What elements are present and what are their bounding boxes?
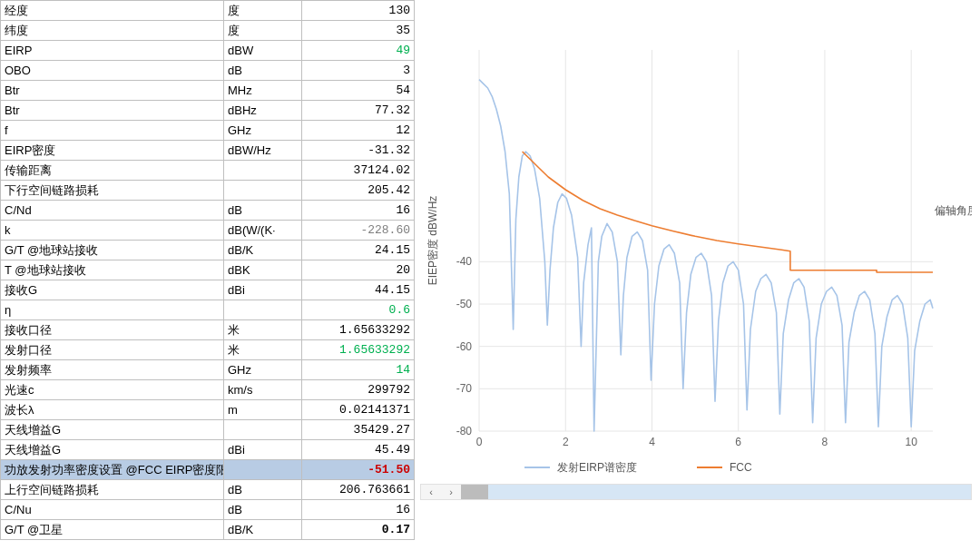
param-value[interactable]: 0.6: [302, 300, 415, 320]
param-value[interactable]: 0.02141371: [302, 400, 415, 420]
param-unit[interactable]: dBHz: [224, 101, 302, 121]
table-row[interactable]: 上行空间链路损耗dB206.763661: [1, 480, 415, 500]
param-label[interactable]: 纬度: [1, 21, 224, 41]
param-label[interactable]: η: [1, 300, 224, 320]
table-row[interactable]: EIRPdBW49: [1, 41, 415, 61]
param-unit[interactable]: 度: [224, 21, 302, 41]
param-value[interactable]: -31.32: [302, 141, 415, 161]
param-value[interactable]: -228.60: [302, 221, 415, 241]
param-unit[interactable]: [224, 460, 302, 480]
table-row[interactable]: 光速ckm/s299792: [1, 380, 415, 400]
table-row[interactable]: 接收GdBi44.15: [1, 280, 415, 300]
table-row[interactable]: fGHz12: [1, 121, 415, 141]
table-row[interactable]: G/T @地球站接收dB/K24.15: [1, 241, 415, 260]
table-row[interactable]: 天线增益GdBi45.49: [1, 440, 415, 460]
param-unit[interactable]: dBi: [224, 440, 302, 460]
param-label[interactable]: k: [1, 221, 224, 241]
scroll-track[interactable]: [461, 485, 971, 499]
param-value[interactable]: 1.65633292: [302, 340, 415, 360]
param-unit[interactable]: dBW: [224, 41, 302, 61]
param-label[interactable]: T @地球站接收: [1, 260, 224, 280]
param-value[interactable]: 45.49: [302, 440, 415, 460]
param-value[interactable]: 77.32: [302, 101, 415, 121]
param-unit[interactable]: GHz: [224, 121, 302, 141]
param-label[interactable]: EIRP密度: [1, 141, 224, 161]
param-label[interactable]: 传输距离: [1, 161, 224, 181]
scroll-thumb[interactable]: [461, 485, 488, 499]
param-unit[interactable]: dB: [224, 201, 302, 221]
param-value[interactable]: -51.50: [302, 460, 415, 480]
param-value[interactable]: 206.763661: [302, 480, 415, 500]
param-label[interactable]: 上行空间链路损耗: [1, 480, 224, 500]
param-value[interactable]: 37124.02: [302, 161, 415, 181]
table-row[interactable]: η0.6: [1, 300, 415, 320]
table-row[interactable]: 传输距离37124.02: [1, 161, 415, 181]
param-value[interactable]: 44.15: [302, 280, 415, 300]
table-row[interactable]: 发射口径米1.65633292: [1, 340, 415, 360]
param-unit[interactable]: [224, 420, 302, 440]
param-unit[interactable]: dB/K: [224, 520, 302, 540]
param-value[interactable]: 3: [302, 61, 415, 81]
parameter-table[interactable]: 经度度130纬度度35EIRPdBW49OBOdB3BtrMHz54BtrdBH…: [0, 0, 415, 540]
table-row[interactable]: OBOdB3: [1, 61, 415, 81]
param-value[interactable]: 299792: [302, 380, 415, 400]
table-row[interactable]: 发射频率GHz14: [1, 360, 415, 380]
scroll-right-button[interactable]: ›: [441, 485, 461, 499]
table-row[interactable]: 波长λm0.02141371: [1, 400, 415, 420]
param-unit[interactable]: m: [224, 400, 302, 420]
param-unit[interactable]: [224, 161, 302, 181]
table-row[interactable]: G/T @卫星dB/K0.17: [1, 520, 415, 540]
param-label[interactable]: 经度: [1, 1, 224, 21]
param-value[interactable]: 12: [302, 121, 415, 141]
param-label[interactable]: Btr: [1, 101, 224, 121]
param-value[interactable]: 49: [302, 41, 415, 61]
param-label[interactable]: C/Nd: [1, 201, 224, 221]
param-value[interactable]: 0.17: [302, 520, 415, 540]
table-row[interactable]: 功放发射功率密度设置 @FCC EIRP密度限制-51.50: [1, 460, 415, 480]
table-row[interactable]: T @地球站接收dBK20: [1, 260, 415, 280]
param-value[interactable]: 16: [302, 500, 415, 520]
param-value[interactable]: 24.15: [302, 241, 415, 260]
param-label[interactable]: 发射频率: [1, 360, 224, 380]
param-unit[interactable]: dB: [224, 61, 302, 81]
table-row[interactable]: 接收口径米1.65633292: [1, 320, 415, 340]
param-label[interactable]: 光速c: [1, 380, 224, 400]
param-value[interactable]: 20: [302, 260, 415, 280]
table-row[interactable]: 经度度130: [1, 1, 415, 21]
param-unit[interactable]: dBK: [224, 260, 302, 280]
table-row[interactable]: 天线增益G35429.27: [1, 420, 415, 440]
param-label[interactable]: 功放发射功率密度设置 @FCC EIRP密度限制: [1, 460, 224, 480]
param-value[interactable]: 54: [302, 81, 415, 101]
param-label[interactable]: C/Nu: [1, 500, 224, 520]
param-unit[interactable]: dB/K: [224, 241, 302, 260]
table-row[interactable]: BtrMHz54: [1, 81, 415, 101]
param-unit[interactable]: [224, 181, 302, 201]
param-label[interactable]: 下行空间链路损耗: [1, 181, 224, 201]
param-value[interactable]: 16: [302, 201, 415, 221]
param-unit[interactable]: 度: [224, 1, 302, 21]
param-value[interactable]: 205.42: [302, 181, 415, 201]
param-unit[interactable]: dBW/Hz: [224, 141, 302, 161]
param-label[interactable]: 波长λ: [1, 400, 224, 420]
horizontal-scrollbar[interactable]: ‹ ›: [420, 484, 972, 500]
param-label[interactable]: 天线增益G: [1, 440, 224, 460]
param-label[interactable]: 天线增益G: [1, 420, 224, 440]
param-label[interactable]: 发射口径: [1, 340, 224, 360]
table-row[interactable]: BtrdBHz77.32: [1, 101, 415, 121]
param-label[interactable]: 接收G: [1, 280, 224, 300]
table-row[interactable]: C/NddB16: [1, 201, 415, 221]
param-value[interactable]: 35: [302, 21, 415, 41]
table-row[interactable]: 纬度度35: [1, 21, 415, 41]
param-unit[interactable]: 米: [224, 340, 302, 360]
param-unit[interactable]: dB: [224, 480, 302, 500]
param-label[interactable]: Btr: [1, 81, 224, 101]
param-label[interactable]: OBO: [1, 61, 224, 81]
param-unit[interactable]: dBi: [224, 280, 302, 300]
table-row[interactable]: 下行空间链路损耗205.42: [1, 181, 415, 201]
param-unit[interactable]: km/s: [224, 380, 302, 400]
param-value[interactable]: 130: [302, 1, 415, 21]
param-unit[interactable]: dB: [224, 500, 302, 520]
param-label[interactable]: EIRP: [1, 41, 224, 61]
param-label[interactable]: G/T @地球站接收: [1, 241, 224, 260]
param-label[interactable]: f: [1, 121, 224, 141]
